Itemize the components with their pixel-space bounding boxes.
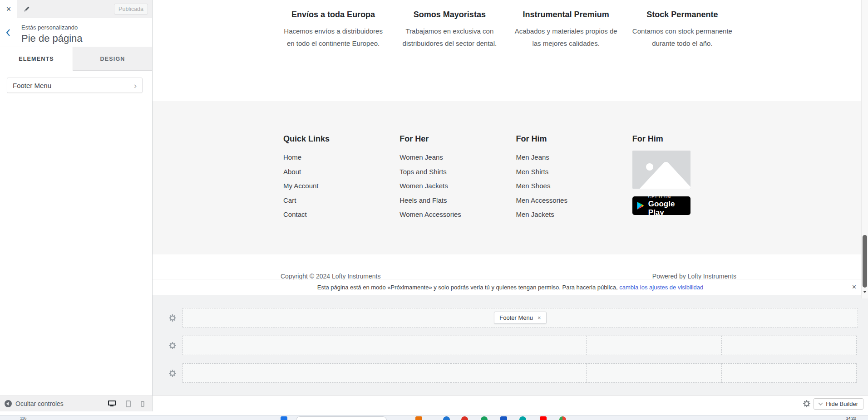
builder-cell[interactable] <box>182 336 451 355</box>
builder-cell[interactable] <box>451 336 587 355</box>
footer-link[interactable]: Heels and Flats <box>399 196 447 204</box>
footer-link[interactable]: Men Shirts <box>516 168 549 176</box>
row-settings-button[interactable] <box>169 370 176 377</box>
gear-icon <box>169 314 176 322</box>
footer-link[interactable]: My Account <box>283 182 319 190</box>
footer-column-heading: Quick Links <box>283 134 399 144</box>
sidebar-tabs: ELEMENTS DESIGN <box>0 47 152 71</box>
close-icon: × <box>852 283 856 291</box>
preview-tablet-button[interactable] <box>121 396 136 411</box>
footer-link[interactable]: Women Jeans <box>399 153 443 161</box>
footer-column-heading: For Him <box>632 134 749 144</box>
taskbar-clock[interactable]: 14:22 <box>846 416 856 420</box>
chevron-right-icon: › <box>134 81 137 90</box>
taskbar-icon-youtube[interactable] <box>540 416 547 420</box>
footer-link[interactable]: Men Accessories <box>516 196 567 204</box>
feature-card: Stock Permanente Contamos con stock perm… <box>624 0 740 49</box>
taskbar-icon-2[interactable] <box>443 416 450 420</box>
desktop-icon <box>108 400 116 405</box>
hide-controls-button[interactable]: Ocultar controles <box>5 400 64 407</box>
footer-link-item: Women Jackets <box>399 182 516 190</box>
taskbar-search-box[interactable] <box>296 416 387 420</box>
chevron-left-icon <box>6 29 10 36</box>
hide-builder-button[interactable]: Hide Builder <box>814 398 863 410</box>
taskbar-icon-6[interactable] <box>519 416 526 420</box>
tablet-icon <box>126 400 131 407</box>
feature-title: Envíos a toda Europa <box>280 10 387 20</box>
builder-cell[interactable] <box>586 363 722 383</box>
builder-cell[interactable] <box>182 363 451 383</box>
feature-text: las mejores calidades. <box>513 37 620 49</box>
footer-link[interactable]: Women Jackets <box>399 182 448 190</box>
builder-settings-button[interactable] <box>803 400 810 407</box>
visibility-settings-link[interactable]: cambia los ajustes de visibilidad <box>619 284 703 291</box>
builder-row-footer-menu: Footer Menu × <box>182 308 858 327</box>
footer-link[interactable]: Men Jeans <box>516 153 549 161</box>
row-settings-button[interactable] <box>169 342 176 349</box>
feature-text: Trabajamos en exclusiva con <box>396 25 503 37</box>
notice-text: Esta página está en modo «Próximamente» … <box>317 284 704 291</box>
builder-cell[interactable] <box>721 336 857 355</box>
publish-button[interactable]: Publicada <box>114 4 148 15</box>
footer-link[interactable]: Men Shoes <box>516 182 551 190</box>
footer-menu-chip[interactable]: Footer Menu × <box>494 312 546 324</box>
footer-link-item: Men Accessories <box>516 196 632 205</box>
footer-link[interactable]: Contact <box>283 210 307 218</box>
back-button[interactable] <box>0 18 16 47</box>
footer-link[interactable]: Tops and Shirts <box>399 168 446 176</box>
google-play-badge[interactable]: GET IT ON Google Play <box>632 196 690 215</box>
builder-row-3 <box>182 363 858 383</box>
scrollbar-down-arrow[interactable] <box>863 291 867 293</box>
panel-content: Footer Menu › <box>0 71 152 396</box>
feature-title: Instrumental Premium <box>513 10 620 20</box>
preview-desktop-button[interactable] <box>103 396 121 411</box>
footer-column-quick-links: Quick Links Home About My Account Cart C… <box>283 134 399 225</box>
builder-cell[interactable] <box>451 363 587 383</box>
chevron-down-icon <box>819 401 823 405</box>
close-customizer-button[interactable]: × <box>0 0 17 18</box>
footer-column-for-him: For Him Men Jeans Men Shirts Men Shoes M… <box>516 134 632 225</box>
footer-link[interactable]: About <box>283 168 301 176</box>
footer-link-item: Contact <box>283 210 399 219</box>
footer-link[interactable]: Cart <box>283 196 296 204</box>
footer-link-item: About <box>283 168 399 176</box>
footer-link-item: My Account <box>283 182 399 190</box>
collapse-icon <box>5 400 12 407</box>
taskbar-badge: 116 <box>20 416 26 420</box>
footer-link[interactable]: Men Jackets <box>516 210 554 218</box>
feature-text: Hacemos envíos a distribuidores <box>280 25 387 37</box>
footer-link[interactable]: Home <box>283 153 301 161</box>
taskbar-icon-3[interactable] <box>461 416 468 420</box>
taskbar: 116 14:22 <box>0 415 868 420</box>
gear-icon <box>169 370 176 377</box>
edit-button[interactable] <box>20 3 33 15</box>
footer-link-item: Heels and Flats <box>399 196 516 205</box>
preview-scrollbar[interactable] <box>861 0 868 298</box>
scrollbar-thumb[interactable] <box>863 235 867 288</box>
row-settings-button[interactable] <box>169 314 176 322</box>
footer-link-item: Tops and Shirts <box>399 168 516 176</box>
taskbar-icon-5[interactable] <box>500 416 507 420</box>
google-play-icon <box>637 201 644 210</box>
notice-close-button[interactable]: × <box>851 283 857 292</box>
footer-link[interactable]: Women Accessories <box>399 210 461 218</box>
customizer-bottombar: Ocultar controles <box>0 396 152 411</box>
panel-header: Estás personalizando Pie de página <box>0 18 152 47</box>
taskbar-icon-4[interactable] <box>481 416 488 420</box>
close-icon: × <box>6 5 11 14</box>
sidebar-item-footer-menu[interactable]: Footer Menu › <box>7 78 143 93</box>
builder-cell[interactable] <box>586 336 722 355</box>
tab-elements[interactable]: ELEMENTS <box>0 47 73 71</box>
feature-card: Envíos a toda Europa Hacemos envíos a di… <box>275 0 391 49</box>
preview-mobile-button[interactable] <box>136 396 149 411</box>
page-builder-area: Footer Menu × <box>153 295 868 396</box>
taskbar-app-icon[interactable] <box>281 416 287 420</box>
builder-cell[interactable] <box>721 363 857 383</box>
taskbar-icon-chrome[interactable] <box>559 416 566 420</box>
taskbar-icon-1[interactable] <box>415 416 422 420</box>
tab-design[interactable]: DESIGN <box>73 47 152 71</box>
pencil-icon <box>23 6 30 13</box>
powered-by-text: Powered by Lofty Instruments <box>652 273 736 280</box>
chip-remove-icon[interactable]: × <box>538 315 541 321</box>
builder-cell[interactable]: Footer Menu × <box>182 308 858 327</box>
